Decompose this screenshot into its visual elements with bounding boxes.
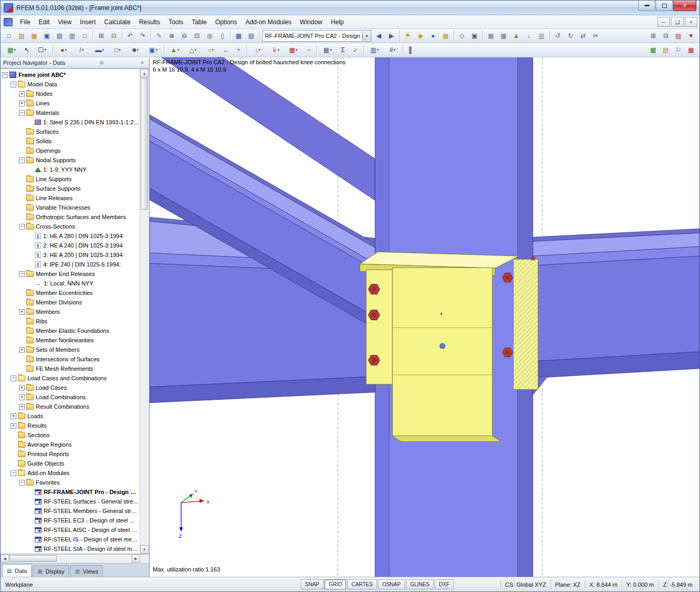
new-solid-button[interactable]: ■▾ [127, 44, 144, 56]
area-load-button[interactable]: ▦▾ [285, 44, 302, 56]
tree-item-solids[interactable]: Solids [1, 136, 140, 146]
print-button[interactable]: ▥ [66, 30, 78, 42]
tree-item-rf-steel-surfaces-general-stress-analysi[interactable]: RF-STEEL Surfaces - General stress analy… [1, 497, 140, 506]
scrollbar-thumb-horizontal[interactable] [9, 555, 57, 562]
menu-help[interactable]: Help [327, 17, 348, 27]
expander-icon[interactable]: + [19, 385, 25, 391]
expander-icon[interactable]: − [11, 376, 16, 381]
print-pages-button[interactable]: ▤ [660, 44, 672, 56]
menu-add-on-modules[interactable]: Add-on Modules [241, 17, 295, 27]
tree-item-model-data[interactable]: −Model Data [1, 80, 140, 89]
result-values-button[interactable]: #▾ [384, 44, 401, 56]
nodal-load-button[interactable]: ↓▾ [249, 44, 266, 56]
toggle-osnap[interactable]: OSNAP [378, 579, 405, 589]
horizontal-scrollbar[interactable]: ◀ ▶ [1, 554, 149, 563]
new-member-button[interactable]: ▬▾ [91, 44, 108, 56]
toggle-dxf[interactable]: DXF [435, 579, 453, 589]
language-flag-button[interactable]: ⚐ [673, 44, 684, 56]
export-pdf-button[interactable]: ▼ [685, 30, 697, 42]
save-button[interactable]: ▤ [54, 30, 65, 42]
tree-item-printout-reports[interactable]: Printout Reports [1, 449, 140, 459]
expander-icon[interactable]: + [19, 404, 25, 410]
line-support-button[interactable]: △▾ [184, 44, 201, 56]
expander-icon[interactable]: + [19, 101, 25, 106]
mesh-settings-button[interactable]: ▩ [498, 30, 509, 42]
select-pointer-button[interactable]: ↖ [21, 44, 33, 56]
color-scale-button[interactable]: ▦ [647, 44, 659, 56]
menu-window[interactable]: Window [295, 17, 327, 27]
expander-icon[interactable]: + [19, 347, 25, 353]
expander-icon[interactable]: + [19, 394, 25, 400]
expander-icon[interactable]: − [19, 110, 25, 116]
display-xyz-button[interactable]: ▦ [440, 30, 451, 42]
calculate-button[interactable]: Σ [337, 44, 349, 56]
mdi-restore-button[interactable]: ❑ [671, 17, 684, 27]
expander-icon[interactable]: − [19, 157, 25, 163]
paste-button[interactable]: ⊟ [108, 30, 120, 42]
expander-icon[interactable]: + [19, 309, 25, 315]
tree-item-4-ipe-240-din-1025-5-1994[interactable]: I4: IPE 240 | DIN 1025-5:1994; [1, 260, 140, 269]
menu-tools[interactable]: Tools [164, 17, 188, 27]
tree-item-2-he-a-240-din-1025-3-1994[interactable]: I2: HE A 240 | DIN 1025-3:1994 [1, 241, 140, 250]
tree-item-1-1-9-yyy-nny[interactable]: 1: 1-9; YYY NNY [1, 165, 140, 174]
display-properties-button[interactable]: ▦▾ [3, 44, 20, 56]
tree-item-sections[interactable]: Sections [1, 430, 140, 440]
nav-back-button[interactable]: ◀ [373, 30, 384, 42]
mdi-minimize-button[interactable]: — [657, 17, 670, 27]
check-model-button[interactable]: ✓ [350, 44, 361, 56]
show-results-button[interactable]: ▥▾ [366, 44, 383, 56]
result-matrix-button[interactable]: ▦ [685, 44, 697, 56]
menu-edit[interactable]: Edit [34, 17, 54, 27]
tree-item-ribs[interactable]: Ribs [1, 317, 140, 326]
navigator-header[interactable]: Project Navigator - Data ⊙ × [1, 57, 149, 68]
nav-forward-button[interactable]: ▶ [386, 30, 397, 42]
tree-item-1-steel-s-235-din-en-1993-1-1-2005-07[interactable]: 1: Steel S 235 | DIN EN 1993-1-1:2005-07 [1, 117, 140, 127]
window-cascade-button[interactable]: ⊟ [660, 30, 672, 42]
open-folder-button[interactable]: ▨ [16, 30, 27, 42]
new-file-button[interactable]: □ [3, 30, 15, 42]
menu-results[interactable]: Results [135, 17, 164, 27]
toggle-snap[interactable]: SNAP [301, 579, 323, 589]
tree-item-materials[interactable]: −Materials [1, 108, 140, 117]
scroll-right-icon[interactable]: ▶ [132, 555, 140, 563]
zoom-out-button[interactable]: ⊖ [179, 30, 190, 42]
tree-item-member-elastic-foundations[interactable]: Member Elastic Foundations [1, 326, 140, 336]
clipboard-button[interactable]: ▯ [216, 30, 228, 42]
close-button[interactable]: × [673, 1, 696, 11]
tree-item-rf-frame-joint-pro-design-of-bolted-haun[interactable]: RF-FRAME-JOINT Pro - Design of bolted ha… [1, 487, 140, 497]
table-toggle-button[interactable]: ▦ [233, 30, 244, 42]
generate-loads-button[interactable]: ↓ [523, 30, 535, 42]
tree-item-loads[interactable]: +Loads [1, 411, 140, 421]
generate-supports-button[interactable]: ▲ [510, 30, 522, 42]
toggle-cartes[interactable]: CARTES [347, 579, 377, 589]
expander-icon[interactable]: − [2, 72, 8, 78]
zoom-all-button[interactable]: ◎ [204, 30, 215, 42]
open-project-button[interactable]: ▦ [28, 30, 40, 42]
tree-item-lines[interactable]: +Lines [1, 98, 140, 108]
tree-item-member-end-releases[interactable]: −Member End Releases [1, 269, 140, 279]
tree-item-nodes[interactable]: +Nodes [1, 89, 140, 98]
tree-item-rf-steel-ec3-design-of-steel-members-acc[interactable]: RF-STEEL EC3 - Design of steel members a… [1, 516, 140, 525]
tree-item-line-releases[interactable]: Line Releases [1, 193, 140, 203]
menu-options[interactable]: Options [211, 17, 241, 27]
xyz-axes-button[interactable]: ◆ [415, 30, 426, 42]
table-edit-button[interactable]: ▤ [245, 30, 257, 42]
tree-item-frame-joint-abc[interactable]: −Frame joint ABC* [1, 70, 140, 80]
tree-item-guide-objects[interactable]: Guide Objects [1, 459, 140, 468]
zoom-in-button[interactable]: ⊕ [166, 30, 178, 42]
menu-view[interactable]: View [54, 17, 76, 27]
guide-object-button[interactable]: ◇ [456, 30, 468, 42]
tree-item-average-regions[interactable]: Average Regions [1, 440, 140, 449]
tree-item-result-combinations[interactable]: +Result Combinations [1, 402, 140, 411]
tree-item-add-on-modules[interactable]: −Add-on Modules [1, 468, 140, 478]
menu-insert[interactable]: Insert [76, 17, 100, 27]
scrollbar-thumb[interactable] [141, 78, 148, 210]
node-marker-red[interactable] [531, 256, 535, 260]
printout-report-button[interactable]: ▤ [673, 30, 684, 42]
expander-icon[interactable]: − [19, 271, 25, 277]
toggle-glines[interactable]: GLINES [406, 579, 434, 589]
generate-mesh-button[interactable]: ▩▾ [319, 44, 336, 56]
tree-item-intersections-of-surfaces[interactable]: Intersections of Surfaces [1, 354, 140, 364]
pin-icon[interactable]: ⊙ [97, 58, 106, 67]
expander-icon[interactable]: + [11, 413, 16, 419]
